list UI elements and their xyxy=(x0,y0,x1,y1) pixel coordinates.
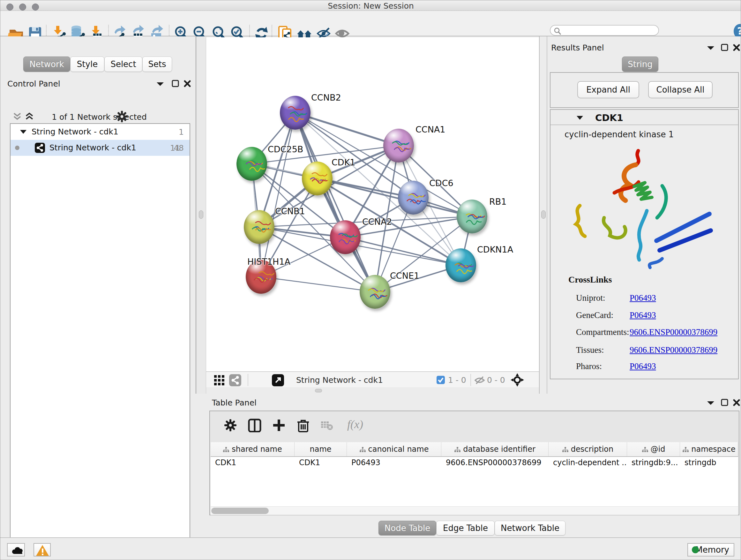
scrollbar-thumb[interactable] xyxy=(211,508,269,514)
collapse-all-networks-icon[interactable] xyxy=(12,112,22,122)
crosslink-link[interactable]: P06493 xyxy=(630,361,656,371)
table-cell[interactable]: cyclin-dependent ... xyxy=(549,458,627,469)
column-header[interactable]: @id xyxy=(627,442,680,456)
column-type-icon xyxy=(223,447,229,453)
expand-all-button[interactable]: Expand All xyxy=(577,81,639,98)
close-panel-icon[interactable] xyxy=(733,399,740,408)
table-horizontal-scrollbar[interactable] xyxy=(211,506,738,515)
right-panel-splitter[interactable] xyxy=(539,37,547,394)
table-cell[interactable]: CDK1 xyxy=(294,458,347,469)
close-panel-icon[interactable] xyxy=(733,44,740,53)
column-type-icon xyxy=(642,447,648,453)
table-cell[interactable]: 9606.ENSP00000378699 xyxy=(441,458,549,469)
expand-all-networks-icon[interactable] xyxy=(24,112,34,122)
panel-menu-icon[interactable] xyxy=(706,45,715,52)
protein-structure-image xyxy=(566,145,720,273)
column-header[interactable]: database identifier xyxy=(441,442,549,456)
table-cell[interactable]: P06493 xyxy=(347,458,441,469)
edge-count: 48 xyxy=(174,143,184,152)
network-node-cdc25b[interactable] xyxy=(237,147,267,181)
crosslink-row: Tissues: 9606.ENSP00000378699 xyxy=(550,345,738,356)
close-panel-icon[interactable] xyxy=(184,80,191,89)
string-network-icon xyxy=(35,143,45,153)
float-panel-icon[interactable] xyxy=(721,44,729,53)
section-header[interactable]: CDK1 xyxy=(550,110,738,125)
show-columns-icon[interactable] xyxy=(248,418,263,434)
column-header[interactable]: name xyxy=(294,442,347,456)
detach-view-icon[interactable] xyxy=(272,374,284,388)
node-structure-thumbnail xyxy=(446,248,476,282)
network-collection-row[interactable]: String Network - cdk1 1 xyxy=(10,124,190,140)
delete-column-icon[interactable] xyxy=(296,418,312,434)
column-type-icon xyxy=(682,447,689,453)
tab-style[interactable]: Style xyxy=(70,57,105,72)
network-node-cdkn1a[interactable] xyxy=(446,248,476,282)
column-header-label: shared name xyxy=(232,445,282,454)
table-cell[interactable]: CDK1 xyxy=(211,458,294,469)
left-panel-splitter[interactable] xyxy=(196,37,206,394)
float-panel-icon[interactable] xyxy=(172,80,179,89)
splitter-grip[interactable] xyxy=(199,210,203,219)
column-header-label: description xyxy=(571,445,613,454)
column-header[interactable]: namespace xyxy=(680,442,738,456)
float-panel-icon[interactable] xyxy=(721,399,729,408)
tab-string[interactable]: String xyxy=(622,57,658,72)
memory-button[interactable]: Memory xyxy=(687,543,734,557)
crosslink-link[interactable]: P06493 xyxy=(630,310,656,320)
network-edge[interactable] xyxy=(295,113,375,292)
node-structure-thumbnail xyxy=(398,181,428,214)
splitter-grip[interactable] xyxy=(315,389,322,392)
horizontal-splitter[interactable] xyxy=(206,387,539,394)
column-type-icon xyxy=(359,447,366,453)
crosslink-link[interactable]: 9606.ENSP00000378699 xyxy=(630,327,718,337)
network-node-rb1[interactable] xyxy=(457,199,487,233)
search-input[interactable] xyxy=(564,26,657,35)
warning-icon xyxy=(36,544,50,557)
crosslink-link[interactable]: 9606.ENSP00000378699 xyxy=(630,345,718,355)
tab-network-table[interactable]: Network Table xyxy=(495,521,565,536)
collapse-triangle-icon[interactable] xyxy=(576,115,584,121)
network-node-ccne1[interactable] xyxy=(360,275,390,309)
network-node-cdk1[interactable] xyxy=(302,162,333,195)
column-header[interactable]: description xyxy=(549,442,627,456)
panel-menu-icon[interactable] xyxy=(706,400,715,407)
create-column-icon[interactable] xyxy=(272,418,287,434)
network-node-cdc6[interactable] xyxy=(398,181,428,214)
network-node-ccnb2[interactable] xyxy=(280,96,311,130)
network-node-ccnb1[interactable] xyxy=(244,210,274,244)
table-cell[interactable]: stringdb xyxy=(680,458,738,469)
selected-counts: 1 - 0 xyxy=(448,375,466,385)
table-options-gear-icon[interactable] xyxy=(223,418,239,434)
node-navigation-icon[interactable] xyxy=(510,373,525,388)
cloud-status-button[interactable] xyxy=(7,543,25,557)
network-options-gear-icon[interactable] xyxy=(115,110,129,125)
warnings-button[interactable] xyxy=(33,543,51,557)
splitter-grip[interactable] xyxy=(541,210,546,219)
network-canvas[interactable]: CCNB2CCNA1CDC25BCDK1CDC6RB1CCNB1CCNA2CDK… xyxy=(206,37,539,371)
network-node-ccna2[interactable] xyxy=(330,220,360,254)
column-header[interactable]: shared name xyxy=(211,442,294,456)
network-tree: String Network - cdk1 1 String Network -… xyxy=(10,123,190,560)
tab-sets[interactable]: Sets xyxy=(142,57,172,72)
crosslink-link[interactable]: P06493 xyxy=(630,293,656,303)
network-node-ccna1[interactable] xyxy=(383,129,414,163)
network-view-toolbar: String Network - cdk1 1 - 0 0 - 0 xyxy=(206,371,539,387)
tab-edge-table[interactable]: Edge Table xyxy=(436,521,495,536)
selected-checkbox-icon[interactable] xyxy=(436,376,445,385)
crosslink-label: Uniprot: xyxy=(576,293,605,303)
network-edge[interactable] xyxy=(261,277,375,292)
column-header[interactable]: canonical name xyxy=(347,442,441,456)
table-cell[interactable]: stringdb:9... xyxy=(627,458,680,469)
panel-menu-icon[interactable] xyxy=(156,81,164,88)
tab-node-table[interactable]: Node Table xyxy=(379,521,436,536)
collapse-triangle-icon[interactable] xyxy=(19,129,27,135)
birds-eye-view-icon[interactable] xyxy=(214,375,225,387)
network-edge[interactable] xyxy=(261,113,295,277)
collapse-all-button[interactable]: Collapse All xyxy=(648,81,713,98)
tab-select[interactable]: Select xyxy=(105,57,142,72)
column-header-label: database identifier xyxy=(463,445,536,454)
network-row-selected[interactable]: String Network - cdk1 11 48 xyxy=(10,140,190,156)
app-window: Session: New Session xyxy=(0,0,741,560)
network-type-icon[interactable] xyxy=(229,374,241,388)
tab-network[interactable]: Network xyxy=(23,57,70,72)
